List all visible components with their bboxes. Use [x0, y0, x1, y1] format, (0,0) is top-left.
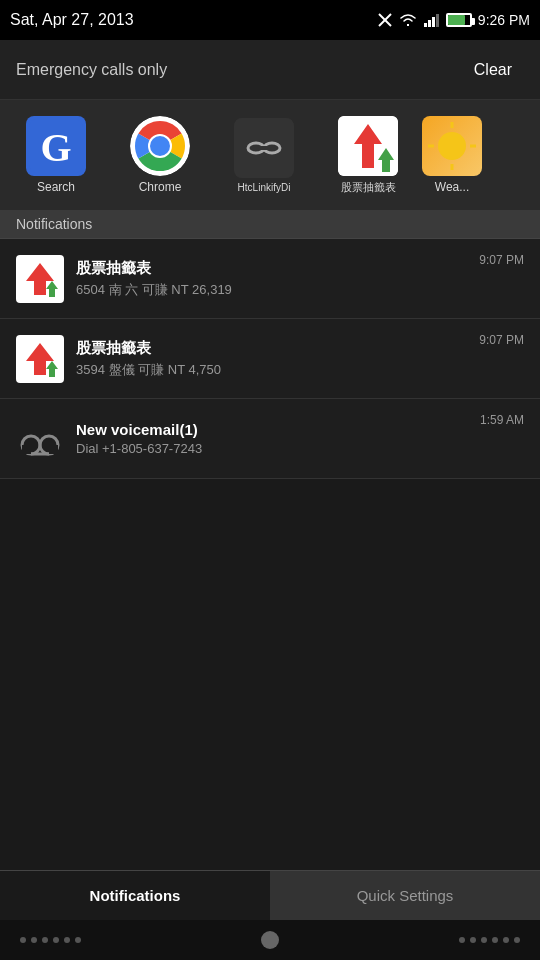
emergency-text: Emergency calls only [16, 61, 167, 79]
app-icon-search[interactable]: G Search [6, 116, 106, 194]
wifi-icon [398, 12, 418, 28]
svg-rect-4 [432, 17, 435, 27]
app-label-chrome: Chrome [139, 180, 182, 194]
dock-dots-left [20, 937, 81, 943]
app-label-search: Search [37, 180, 75, 194]
notification-content-1: 股票抽籤表 6504 南 六 可賺 NT 26,319 [76, 259, 479, 299]
dock-dot [53, 937, 59, 943]
svg-rect-3 [428, 20, 431, 27]
app-label-stock: 股票抽籤表 [341, 180, 396, 195]
notification-body-2: 3594 盤儀 可賺 NT 4,750 [76, 361, 479, 379]
htc-icon [234, 118, 294, 178]
notification-title-1: 股票抽籤表 [76, 259, 479, 278]
app-label-weather: Wea... [435, 180, 469, 194]
notification-icon-1 [16, 255, 64, 303]
app-icon-chrome[interactable]: Chrome [110, 116, 210, 194]
x-icon [378, 13, 392, 27]
dock-dot [75, 937, 81, 943]
google-icon: G [26, 116, 86, 176]
app-strip: G Search [0, 100, 540, 210]
status-time: 9:26 PM [478, 12, 530, 28]
weather-icon [422, 116, 482, 176]
bottom-dock [0, 920, 540, 960]
app-icon-weather[interactable]: Wea... [422, 116, 482, 194]
notification-time-3: 1:59 AM [480, 413, 524, 427]
chrome-icon [130, 116, 190, 176]
signal-icon [424, 13, 440, 27]
notification-body-1: 6504 南 六 可賺 NT 26,319 [76, 281, 479, 299]
notification-content-3: New voicemail(1) Dial +1-805-637-7243 [76, 421, 480, 456]
clear-button[interactable]: Clear [462, 53, 524, 87]
status-datetime: Sat, Apr 27, 2013 [10, 11, 134, 29]
tab-quick-settings[interactable]: Quick Settings [270, 871, 540, 920]
notification-content-2: 股票抽籤表 3594 盤儀 可賺 NT 4,750 [76, 339, 479, 379]
svg-point-10 [150, 136, 170, 156]
stock-icon [338, 116, 398, 176]
empty-space [0, 479, 540, 870]
app-icon-stock[interactable]: 股票抽籤表 [318, 116, 418, 195]
dock-dot [503, 937, 509, 943]
svg-rect-33 [49, 445, 58, 454]
notifications-section-header: Notifications [0, 210, 540, 239]
status-bar: Sat, Apr 27, 2013 9:26 PM [0, 0, 540, 40]
svg-rect-2 [424, 23, 427, 27]
dock-dot [31, 937, 37, 943]
svg-point-18 [438, 132, 466, 160]
svg-rect-5 [436, 14, 439, 27]
header: Emergency calls only Clear [0, 40, 540, 100]
dock-dot [42, 937, 48, 943]
notification-icon-3 [16, 415, 64, 463]
bottom-tabs: Notifications Quick Settings [0, 870, 540, 920]
main-content: Emergency calls only Clear G Search [0, 40, 540, 870]
svg-text:G: G [40, 125, 71, 170]
dock-dots-right [459, 937, 520, 943]
dock-dot [470, 937, 476, 943]
tab-notifications[interactable]: Notifications [0, 871, 270, 920]
dock-dot [492, 937, 498, 943]
app-icon-htclinkify[interactable]: HtcLinkifyDi [214, 118, 314, 193]
notification-item-1[interactable]: 股票抽籤表 6504 南 六 可賺 NT 26,319 9:07 PM [0, 239, 540, 319]
dock-dot [459, 937, 465, 943]
notification-title-3: New voicemail(1) [76, 421, 480, 438]
notification-icon-2 [16, 335, 64, 383]
notification-body-3: Dial +1-805-637-7243 [76, 441, 480, 456]
dock-dot [514, 937, 520, 943]
notification-title-2: 股票抽籤表 [76, 339, 479, 358]
notifications-header-label: Notifications [16, 216, 92, 232]
app-label-htclinkify: HtcLinkifyDi [238, 182, 291, 193]
dock-dot [481, 937, 487, 943]
battery-icon [446, 13, 472, 27]
notification-time-2: 9:07 PM [479, 333, 524, 347]
dock-dot [20, 937, 26, 943]
notification-item-2[interactable]: 股票抽籤表 3594 盤儀 可賺 NT 4,750 9:07 PM [0, 319, 540, 399]
dock-dot [64, 937, 70, 943]
notification-time-1: 9:07 PM [479, 253, 524, 267]
status-icons: 9:26 PM [378, 12, 530, 28]
dock-home-button[interactable] [261, 931, 279, 949]
svg-rect-32 [22, 445, 31, 454]
notification-item-3[interactable]: New voicemail(1) Dial +1-805-637-7243 1:… [0, 399, 540, 479]
